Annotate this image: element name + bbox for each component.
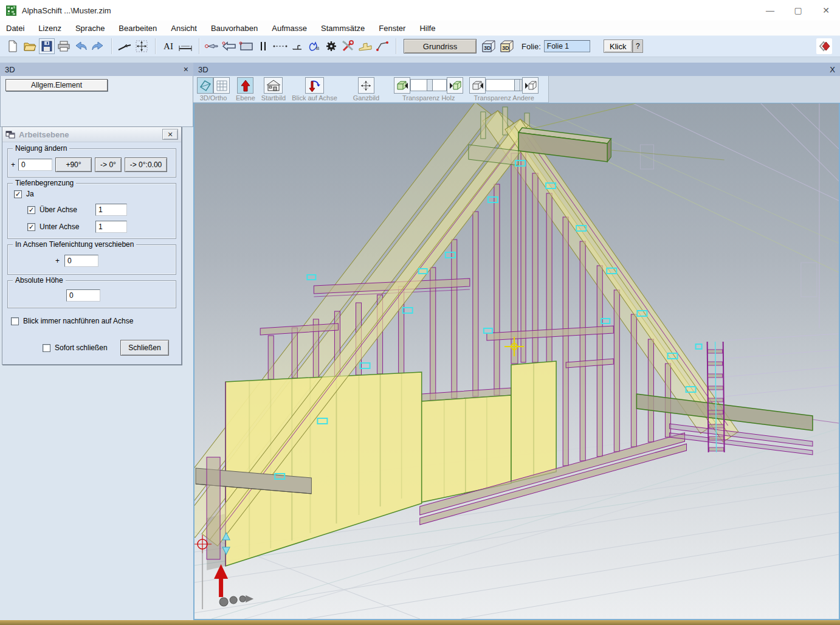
menu-hilfe[interactable]: Hilfe <box>419 24 435 33</box>
left-panel-header: 3D × <box>0 63 193 76</box>
ganzbild-button[interactable] <box>358 77 374 94</box>
ueber-achse-input[interactable] <box>95 204 127 216</box>
plus90-button[interactable]: +90° <box>55 157 92 172</box>
3d-plane-icon <box>199 79 212 92</box>
to0-button[interactable]: -> 0° <box>95 157 122 172</box>
blick-checkbox[interactable] <box>11 317 19 325</box>
move-tool-icon[interactable] <box>134 38 150 54</box>
folie-input[interactable] <box>544 40 590 52</box>
left-panel-close-icon[interactable]: × <box>184 65 188 74</box>
neigung-legend: Neigung ändern <box>13 144 69 153</box>
left-panel-column: 3D × Allgem.Element Arbeitsebene ✕ Neigu… <box>0 63 193 620</box>
allgem-element-button[interactable]: Allgem.Element <box>5 79 108 91</box>
verschieben-input[interactable] <box>64 255 98 267</box>
tool-blick-auf-achse: Blick auf Achse <box>292 77 337 102</box>
3d-view-yellow-button[interactable]: 3D <box>498 39 515 54</box>
bentline-tool-icon[interactable] <box>374 38 390 54</box>
minimize-button[interactable]: — <box>756 0 784 21</box>
undo-icon[interactable] <box>73 38 89 54</box>
rectangle-tool-icon[interactable] <box>238 38 254 54</box>
dialog-body: Neigung ändern + +90° -> 0° -> 0°:0.00 T… <box>2 142 181 356</box>
dimension-tool-icon[interactable] <box>177 38 193 54</box>
tools-icon[interactable] <box>340 38 356 54</box>
verschieben-plus-label: + <box>55 257 60 265</box>
hoehe-input[interactable] <box>66 289 100 302</box>
3d-mode-button[interactable] <box>197 77 213 94</box>
menu-ansicht[interactable]: Ansicht <box>171 24 197 33</box>
workspace: 3D × Allgem.Element Arbeitsebene ✕ Neigu… <box>0 57 840 620</box>
3d-view-blue-button[interactable]: 3D <box>480 39 497 54</box>
axis-line-tool-icon[interactable] <box>272 38 288 54</box>
hoehe-group: Absolute Höhe <box>7 280 176 308</box>
sofort-checkbox[interactable] <box>43 344 50 352</box>
toolbar-separator <box>111 38 112 54</box>
viewport-close-icon[interactable]: X <box>830 65 835 74</box>
holz-minus-button[interactable] <box>394 77 410 94</box>
tiefe-legend: Tiefenbegrenzung <box>13 179 76 187</box>
menu-aufmasse[interactable]: Aufmasse <box>272 24 307 33</box>
unter-achse-checkbox[interactable]: ✓ <box>27 223 35 231</box>
ebene-button[interactable] <box>237 77 253 94</box>
slope-tool-icon[interactable] <box>117 38 133 54</box>
viewport-header: 3D X <box>193 63 840 76</box>
ja-label: Ja <box>26 190 34 198</box>
ueber-achse-checkbox[interactable]: ✓ <box>27 206 35 214</box>
andere-plus-button[interactable] <box>522 77 539 94</box>
menu-bauvorhaben[interactable]: Bauvorhaben <box>211 24 258 33</box>
tool-transparenz-andere: Transparenz Andere <box>469 77 539 102</box>
neigung-plus-label: + <box>11 161 15 169</box>
polyline-tool-icon[interactable] <box>221 38 237 54</box>
menu-bearbeiten[interactable]: Bearbeiten <box>119 24 157 33</box>
dialog-close-button[interactable]: ✕ <box>162 129 178 140</box>
menu-lizenz[interactable]: Lizenz <box>38 24 61 33</box>
parallel-tool-icon[interactable] <box>255 38 271 54</box>
ja-checkbox[interactable]: ✓ <box>14 190 22 198</box>
gear-icon[interactable] <box>323 38 339 54</box>
ortho-mode-button[interactable] <box>213 77 230 94</box>
main-toolbar: AI B Grundriss 3D 3D Folie: Klick ? <box>0 35 840 57</box>
tool-transparenz-holz: Transparenz Holz <box>394 77 463 102</box>
dialog-titlebar[interactable]: Arbeitsebene ✕ <box>2 127 181 142</box>
grundriss-button[interactable]: Grundriss <box>404 39 477 54</box>
wood-cube-left-icon <box>396 79 409 92</box>
dialog-title: Arbeitsebene <box>19 130 69 139</box>
print-icon[interactable] <box>56 38 72 54</box>
open-file-icon[interactable] <box>22 38 38 54</box>
color-diamond-icon[interactable] <box>816 38 832 54</box>
close-button[interactable]: ✕ <box>812 0 840 21</box>
maximize-button[interactable]: ▢ <box>784 0 812 21</box>
holz-transparency-slider[interactable] <box>410 79 447 91</box>
wood-cube-right-icon <box>449 79 462 92</box>
wall-tool-icon[interactable] <box>357 38 373 54</box>
folie-label: Folie: <box>522 42 541 51</box>
corner-tool-icon[interactable] <box>289 38 305 54</box>
andere-transparency-slider[interactable] <box>486 79 522 91</box>
menu-stammsaetze[interactable]: Stammsätze <box>321 24 365 33</box>
verschieben-legend: In Achsen Tiefenichtung verschieben <box>13 240 136 249</box>
menu-sprache[interactable]: Sprache <box>75 24 105 33</box>
andere-minus-button[interactable] <box>469 77 486 94</box>
klick-button[interactable]: Klick <box>604 40 633 53</box>
schliessen-button[interactable]: Schließen <box>120 340 169 356</box>
scene-3d-canvas[interactable] <box>193 103 840 620</box>
neigung-input[interactable] <box>18 159 52 171</box>
text-tool-icon[interactable]: AI <box>160 38 176 54</box>
menu-fenster[interactable]: Fenster <box>379 24 405 33</box>
tool-3d-ortho: 3D/Ortho <box>197 77 230 102</box>
help-button[interactable]: ? <box>633 40 643 53</box>
unter-achse-label: Unter Achse <box>40 223 95 231</box>
startbild-button[interactable] <box>264 77 283 94</box>
new-file-icon[interactable] <box>5 38 21 54</box>
unter-achse-input[interactable] <box>95 221 127 233</box>
to0-000-button[interactable]: -> 0°:0.00 <box>125 157 167 172</box>
left-panel-body: Allgem.Element <box>0 76 193 127</box>
save-icon[interactable] <box>39 38 55 54</box>
redo-icon[interactable] <box>90 38 106 54</box>
line-tool-icon[interactable] <box>204 38 220 54</box>
menu-datei[interactable]: Datei <box>6 24 24 33</box>
region-tool-icon[interactable]: B <box>306 38 322 54</box>
fit-view-icon <box>359 79 373 92</box>
blick-auf-achse-button[interactable] <box>305 77 324 94</box>
left-panel-title: 3D <box>5 65 15 74</box>
holz-plus-button[interactable] <box>447 77 463 94</box>
